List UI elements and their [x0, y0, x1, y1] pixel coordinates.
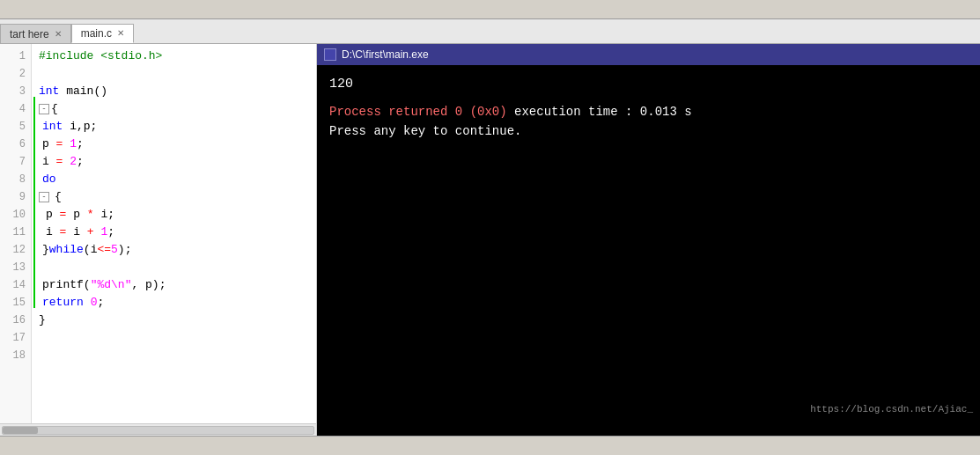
- code-line-18: [39, 347, 316, 364]
- terminal-output-value: 120: [329, 74, 968, 95]
- tab-start-label: tart here: [10, 28, 49, 40]
- code-content[interactable]: #include <stdio.h> int main() - { int i,…: [32, 44, 316, 423]
- code-line-6: p = 1;: [39, 136, 316, 153]
- tab-main-c-label: main.c: [81, 27, 112, 40]
- code-line-8: do: [39, 171, 316, 188]
- line-numbers: 1 2 3 4 5 6 7 8 9 10 11 12 13 14 15 16 1…: [0, 44, 32, 423]
- code-line-17: [39, 329, 316, 347]
- code-line-4: - {: [39, 100, 316, 118]
- status-bar: [0, 436, 980, 455]
- scrollbar-track[interactable]: [2, 426, 314, 435]
- code-line-1: #include <stdio.h>: [39, 48, 316, 65]
- url-text: https://blog.csdn.net/Ajiac_: [810, 404, 973, 415]
- code-area: 1 2 3 4 5 6 7 8 9 10 11 12 13 14 15 16 1…: [0, 44, 316, 423]
- terminal-title: D:\C\first\main.exe: [342, 48, 429, 61]
- terminal-title-bar: D:\C\first\main.exe: [317, 44, 980, 65]
- terminal-panel: D:\C\first\main.exe 120 Process returned…: [317, 44, 980, 436]
- code-line-12: }while(i<=5);: [39, 241, 316, 259]
- tab-start-close[interactable]: ✕: [55, 30, 62, 39]
- code-line-10: p = p * i;: [39, 206, 316, 224]
- code-line-15: return 0;: [39, 294, 316, 312]
- scrollbar-thumb[interactable]: [3, 427, 38, 434]
- code-line-3: int main(): [39, 83, 316, 100]
- collapse-4[interactable]: -: [39, 104, 49, 114]
- code-panel: 1 2 3 4 5 6 7 8 9 10 11 12 13 14 15 16 1…: [0, 44, 317, 436]
- code-line-7: i = 2;: [39, 153, 316, 171]
- main-content: 1 2 3 4 5 6 7 8 9 10 11 12 13 14 15 16 1…: [0, 44, 980, 436]
- terminal-process-line: Process returned 0 (0x0) execution time …: [329, 102, 968, 121]
- terminal-press-key-text: Press any key to continue.: [329, 124, 521, 138]
- code-scrollbar[interactable]: [0, 423, 316, 436]
- code-line-13: [39, 259, 316, 276]
- tab-start[interactable]: tart here ✕: [0, 24, 71, 43]
- url-container: https://blog.csdn.net/Ajiac_: [810, 400, 973, 416]
- code-line-11: i = i + 1;: [39, 224, 316, 241]
- terminal-press-key: Press any key to continue.: [329, 121, 968, 141]
- tab-main-c-close[interactable]: ✕: [117, 29, 124, 38]
- code-line-14: printf("%d\n", p);: [39, 276, 316, 294]
- code-line-16: }: [39, 312, 316, 329]
- code-line-5: int i,p;: [39, 118, 316, 136]
- terminal-process-text: Process returned 0 (0x0): [329, 105, 507, 119]
- terminal-body: 120 Process returned 0 (0x0) execution t…: [317, 65, 980, 436]
- terminal-exec-info: execution time : 0.013 s: [514, 105, 692, 119]
- terminal-icon: [324, 48, 336, 61]
- code-line-2: [39, 65, 316, 83]
- collapse-9[interactable]: -: [39, 192, 49, 202]
- toolbar: [0, 0, 980, 19]
- tab-bar: tart here ✕ main.c ✕: [0, 19, 980, 44]
- code-line-9: - {: [39, 188, 316, 206]
- tab-main-c[interactable]: main.c ✕: [71, 24, 134, 43]
- vline-inner: [33, 185, 35, 238]
